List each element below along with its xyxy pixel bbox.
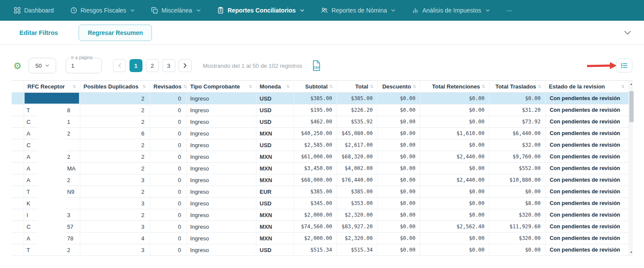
subtotal-cell: $74,560.00 (294, 221, 337, 233)
table-row[interactable]: A2 6 0 Ingreso MXN $40,250.00 $45,080.00… (12, 128, 628, 139)
regresar-resumen-button[interactable]: Regresar Resumen (79, 25, 152, 41)
table-row[interactable]: T8 2 0 Ingreso USD $195.00 $226.20 $0.00… (12, 104, 628, 116)
subtotal-cell: $2,000.00 (294, 233, 337, 244)
duplicados-cell: 2 (80, 139, 150, 151)
chevron-down-icon (300, 9, 304, 12)
sort-icon: ⇅ (73, 84, 76, 89)
more-icon: ⋯ (506, 7, 512, 14)
subtotal-cell: $40,250.00 (294, 128, 337, 139)
nav-item-label: Análisis de Impuestos (422, 7, 481, 14)
estado-cell: Con pendientes de revisión (545, 221, 628, 233)
rfc-cell: C (24, 139, 80, 151)
prev-page-button[interactable] (113, 59, 126, 72)
vertical-scrollbar[interactable]: ▲ ▼ (629, 80, 633, 255)
duplicados-cell: 3 (80, 198, 150, 209)
table-row[interactable]: A2 2 0 Ingreso MXN $61,000.00 $68,320.00… (12, 151, 628, 163)
page-button-2[interactable]: 2 (146, 59, 159, 72)
goto-page-input[interactable] (66, 58, 102, 73)
header-posibles-duplicados[interactable]: Posibles Duplicados⇅ (80, 81, 150, 93)
revisados-cell: 0 (150, 221, 186, 233)
tipo-cell: Ingreso (186, 116, 256, 128)
traslados-cell: $8.00 (489, 198, 545, 209)
column-settings-button[interactable] (616, 59, 632, 73)
descuento-cell: $0.00 (377, 233, 420, 244)
page: Dashboard Riesgos Fiscales Miscelánea Re… (0, 0, 644, 268)
page-button-3[interactable]: 3 (162, 59, 175, 72)
estado-cell: Con pendientes de revisión (545, 104, 628, 116)
header-rfc-receptor[interactable]: RFC Receptor⇅ (24, 81, 80, 93)
retenciones-cell: $2,440.00 (420, 151, 489, 163)
revisados-cell: 0 (150, 139, 186, 151)
table-row[interactable]: C57 3 0 Ingreso MXN $74,560.00 $83,927.2… (12, 221, 628, 233)
editar-filtros-link[interactable]: Editar Filtros (19, 29, 58, 36)
next-page-button[interactable] (179, 59, 192, 72)
header-revisados[interactable]: Revisados⇅ (150, 81, 186, 93)
table-header-row: RFC Receptor⇅ Posibles Duplicados⇅ Revis… (12, 81, 628, 93)
header-tipo-comprobante[interactable]: Tipo Comprobante⇅ (186, 81, 256, 93)
tipo-cell: Ingreso (186, 163, 256, 174)
traslados-cell: $9,760.00 (489, 151, 545, 163)
total-cell: $226.20 (337, 104, 377, 116)
nav-item-riesgos-fiscales[interactable]: Riesgos Fiscales (70, 7, 135, 14)
rfc-cell: I3 (24, 209, 80, 221)
moneda-cell: USD (256, 104, 294, 116)
total-cell: $385.00 (337, 93, 377, 104)
retenciones-cell: $0.00 (420, 244, 489, 256)
nav-item-more[interactable]: ⋯ (506, 7, 512, 14)
subtotal-cell: $2,585.00 (294, 139, 337, 151)
nav-item-miscelanea[interactable]: Miscelánea (151, 7, 201, 14)
header-total-traslados[interactable]: Total Traslados⇅ (489, 81, 545, 93)
gear-icon[interactable]: ⚙ (13, 61, 22, 70)
table-row[interactable]: A78 4 0 Ingreso MXN $2,000.00 $2,320.00 … (12, 233, 628, 244)
duplicados-cell: 2 (80, 104, 150, 116)
copy-icon (151, 7, 158, 14)
header-estado-revision[interactable]: Estado de la revision⇅ (545, 81, 628, 93)
sort-icon: ⇅ (482, 84, 485, 89)
table-row[interactable]: K 3 0 Ingreso USD $345.00 $353.00 $0.00 … (12, 198, 628, 209)
chevron-down-icon (486, 9, 490, 12)
descuento-cell: $0.00 (377, 104, 420, 116)
subtotal-cell: $2,000.00 (294, 209, 337, 221)
svg-text:CSV: CSV (314, 66, 320, 69)
retenciones-cell: $0.00 (420, 163, 489, 174)
subtotal-cell: $462.00 (294, 116, 337, 128)
tipo-cell: Ingreso (186, 151, 256, 163)
collapse-chevron-icon[interactable] (624, 31, 631, 35)
nav-item-label: Miscelánea (161, 7, 192, 14)
scroll-down-arrow[interactable]: ▼ (629, 249, 634, 255)
table-row[interactable]: T2 3 0 Ingreso USD $515.34 $515.34 $0.00… (12, 244, 628, 256)
csv-export-icon[interactable]: CSV (312, 60, 321, 71)
traslados-cell: $32.00 (489, 139, 545, 151)
header-moneda[interactable]: Moneda⇅ (256, 81, 294, 93)
page-size-select[interactable]: 50 (28, 58, 56, 73)
table-row[interactable]: AMA 2 0 Ingreso MXN $3,450.00 $4,002.00 … (12, 163, 628, 174)
estado-cell: Con pendientes de revisión (545, 151, 628, 163)
table-row[interactable]: I3 2 0 Ingreso MXN $2,000.00 $2,320.00 $… (12, 209, 628, 221)
table-row[interactable]: TN9 2 0 Ingreso EUR $385.00 $385.00 $0.0… (12, 186, 628, 198)
retenciones-cell: $0.00 (420, 209, 489, 221)
table-row[interactable]: C1 2 0 Ingreso USD $462.00 $535.92 $0.00… (12, 116, 628, 128)
table-row[interactable]: A2 3 0 Ingreso MXN $68,000.00 $76,440.00… (12, 174, 628, 186)
nav-item-reportes-nomina[interactable]: Reportes de Nómina (321, 7, 395, 14)
retenciones-cell: $0.00 (420, 139, 489, 151)
subtotal-cell: $385.00 (294, 93, 337, 104)
row-select-cell (12, 233, 24, 244)
scrollbar-thumb[interactable] (629, 91, 634, 122)
nav-item-analisis-impuestos[interactable]: Análisis de Impuestos (412, 7, 489, 14)
header-subtotal[interactable]: Subtotal⇅ (294, 81, 337, 93)
scroll-up-arrow[interactable]: ▲ (629, 81, 634, 87)
nav-item-dashboard[interactable]: Dashboard (14, 7, 54, 14)
moneda-cell: MXN (256, 221, 294, 233)
table-row[interactable]: F1 2 0 Ingreso USD $385.00 $385.00 $0.00… (12, 93, 628, 104)
top-nav: Dashboard Riesgos Fiscales Miscelánea Re… (0, 0, 644, 21)
row-select-cell (12, 151, 24, 163)
rfc-cell: A2 (24, 128, 80, 139)
traslados-cell: $0.00 (489, 186, 545, 198)
page-button-1[interactable]: 1 (129, 59, 142, 72)
nav-item-reportes-conciliatorios[interactable]: Reportes Conciliatorios (217, 7, 304, 14)
header-descuento[interactable]: Descuento⇅ (377, 81, 420, 93)
tipo-cell: Ingreso (186, 104, 256, 116)
header-total-retenciones[interactable]: Total Retenciones⇅ (420, 81, 489, 93)
header-total[interactable]: Total⇅ (337, 81, 377, 93)
table-row[interactable]: C 2 0 Ingreso USD $2,585.00 $2,617.00 $0… (12, 139, 628, 151)
